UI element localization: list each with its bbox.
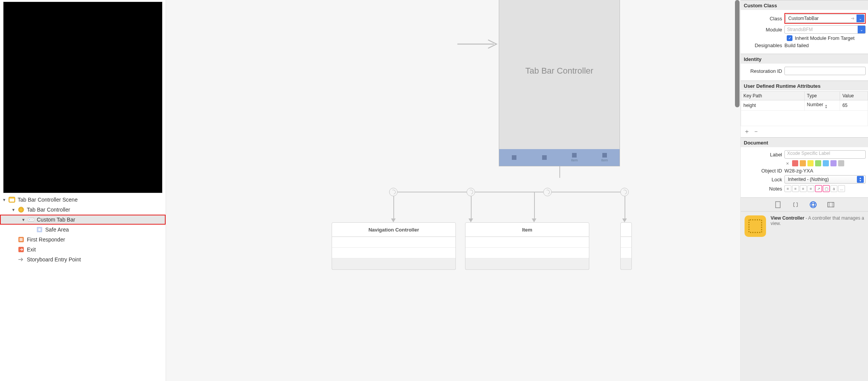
svg-point-6 [31,219,31,220]
attr-value[interactable]: 65 [842,103,847,108]
image-icon[interactable]: ▢ [823,185,830,192]
tab-item-2[interactable] [529,155,560,160]
outline-label: Storyboard Entry Point [26,256,81,263]
designables-label: Designables [743,43,784,48]
remove-button[interactable]: － [753,128,759,136]
font-icon[interactable]: a [830,185,837,192]
color-swatch-gray[interactable] [838,160,844,166]
col-type: Type [807,93,817,99]
class-combo[interactable]: CustomTabBar ➜ ⌄ [786,14,865,23]
segue-connector [559,166,560,178]
inspector-panel: Custom Class Class CustomTabBar ➜ ⌄ Modu… [741,0,868,381]
add-button[interactable]: ＋ [744,128,750,136]
class-label: Class [743,16,784,21]
color-swatch-green[interactable] [815,160,821,166]
color-swatch-yellow[interactable] [807,160,814,166]
table-row[interactable]: height Number▲▼ 65 [741,100,868,111]
outline-tab-bar-controller-row[interactable]: ▼ Tab Bar Controller [0,205,166,215]
scrollbar-vertical[interactable] [734,0,740,381]
interface-builder-canvas[interactable]: Tab Bar Controller Item Item Navigation … [166,0,741,381]
scene-body: Tab Bar Controller [499,0,620,149]
segue-badge-icon[interactable] [389,188,398,196]
code-snippet-icon[interactable] [791,200,800,209]
class-value[interactable]: CustomTabBar [786,16,849,21]
disclosure-triangle-icon[interactable]: ▼ [2,197,7,202]
segue-badge-icon[interactable] [620,188,629,196]
outline-scene-row[interactable]: ▼ Tab Bar Controller Scene [0,195,166,205]
doc-label-input[interactable]: Xcode Specific Label [784,150,866,159]
color-swatch-red[interactable] [792,160,798,166]
col-value: Value [842,93,854,99]
exit-icon [18,246,25,253]
scene-partial[interactable] [620,222,632,270]
outline-exit-row[interactable]: Exit [0,245,166,255]
scene-header[interactable]: Item [465,222,589,237]
chevron-down-icon[interactable]: ⌄ [858,26,865,33]
clear-color-icon[interactable]: × [784,161,791,166]
lock-value: Inherited - (Nothing) [788,177,829,182]
jump-to-definition-icon[interactable]: ➜ [849,16,856,21]
segue-badge-icon[interactable] [543,188,552,196]
library-item-view-controller[interactable]: View Controller - A controller that mana… [741,211,868,241]
restoration-id-input[interactable] [784,67,866,75]
entry-point-icon [18,256,25,263]
color-swatch-purple[interactable] [830,160,837,166]
scrollbar-thumb[interactable] [735,0,740,107]
designables-value: Build failed [784,43,809,48]
color-swatch-orange[interactable] [800,160,806,166]
scene-tab-bar-controller[interactable]: Tab Bar Controller Item Item [499,0,620,166]
link-icon[interactable]: ↗ [815,185,822,192]
document-outline-panel: ▼ Tab Bar Controller Scene ▼ Tab Bar Con… [0,0,166,381]
tab-item-1[interactable] [499,155,529,160]
restoration-id-label: Restoration ID [743,68,784,74]
scene-item[interactable]: Item [465,222,589,270]
color-swatch-blue[interactable] [823,160,829,166]
safe-area-icon [36,226,43,233]
disclosure-triangle-icon[interactable]: ▼ [11,207,16,212]
tab-item-3[interactable]: Item [559,153,590,162]
segue-connector [534,192,535,220]
tab-item-label: Item [571,158,578,162]
scene-tab-bar[interactable]: Item Item [499,149,620,166]
segue-badge-icon[interactable] [467,188,475,196]
chevron-down-icon[interactable]: ⌄ [856,15,864,22]
disclosure-triangle-icon[interactable]: ▼ [21,217,26,222]
type-stepper-icon[interactable]: ▲▼ [825,104,827,109]
outline-first-responder-row[interactable]: First Responder [0,235,166,245]
outline-safe-area-row[interactable]: Safe Area [0,225,166,235]
storyboard-scene-icon [8,196,15,203]
media-library-icon[interactable] [827,200,835,209]
library-tab-strip [741,197,868,211]
object-library-icon[interactable] [809,200,817,209]
tab-item-label: Item [601,158,608,162]
document-outline[interactable]: ▼ Tab Bar Controller Scene ▼ Tab Bar Con… [0,195,166,381]
attr-key-path[interactable]: height [743,103,756,108]
tab-item-4[interactable]: Item [590,153,620,162]
scene-navigation-controller[interactable]: Navigation Controller [332,222,456,270]
inherit-module-checkbox[interactable]: ✓ [787,35,792,41]
library-item-desc: View Controller - A controller that mana… [771,215,864,237]
outline-entry-point-row[interactable]: Storyboard Entry Point [0,255,166,264]
outline-label: Exit [26,246,36,253]
align-left-icon[interactable]: ≡ [784,185,791,192]
outline-label: First Responder [26,236,65,243]
align-right-icon[interactable]: ≡ [800,185,807,192]
lock-select[interactable]: Inherited - (Nothing) ▲▼ [784,175,866,184]
more-icon[interactable]: … [838,185,845,192]
outline-custom-tab-bar-row[interactable]: ▼ Custom Tab Bar [0,215,166,225]
arrowhead-icon [391,218,396,222]
tab-item-icon [572,153,577,158]
canvas-preview [3,2,163,193]
align-justify-icon[interactable]: ≡ [807,185,814,192]
outline-label: Tab Bar Controller [26,207,70,213]
chevron-updown-icon[interactable]: ▲▼ [857,176,864,183]
attr-type[interactable]: Number [807,102,824,107]
align-center-icon[interactable]: ≡ [792,185,799,192]
arrowhead-icon [469,218,473,222]
tab-item-icon [542,155,547,160]
svg-rect-1 [10,199,14,202]
module-combo[interactable]: StrandsBFM ⌄ [784,25,866,34]
file-template-icon[interactable] [774,200,782,209]
scene-header[interactable]: Navigation Controller [332,222,456,237]
runtime-attributes-table[interactable]: Key Path Type Value height Number▲▼ 65 [741,91,868,126]
